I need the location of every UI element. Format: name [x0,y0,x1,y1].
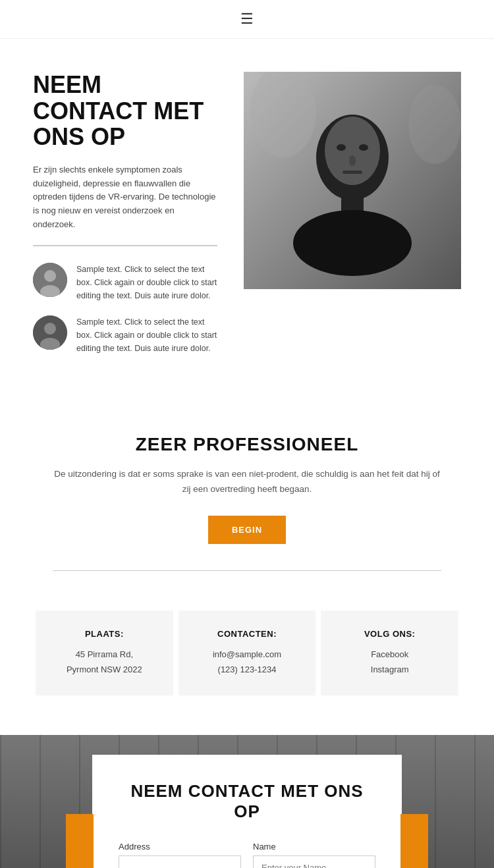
person-text-2: Sample text. Click to select the text bo… [76,315,217,355]
svg-point-11 [337,144,346,151]
svg-point-9 [293,210,412,276]
name-input[interactable] [253,855,375,868]
hamburger-icon[interactable]: ☰ [240,11,254,28]
social-label: VOLG ONS: [334,629,445,639]
professional-title: ZEER PROFESSIONEEL [53,434,441,455]
info-box-social: VOLG ONS: FacebookInstagram [321,610,458,696]
svg-point-4 [44,323,56,335]
address-input[interactable] [119,855,241,868]
professional-section: ZEER PROFESSIONEEL De uitzondering is da… [0,394,494,610]
orange-bar-left [66,814,94,868]
hero-section: NEEM CONTACT MET ONS OP Er zijn slechts … [0,39,494,394]
person-item-2: Sample text. Click to select the text bo… [33,315,217,355]
orange-bar-right [400,814,428,868]
svg-point-16 [408,85,461,164]
contact-info: PLAATS: 45 Pirrama Rd,Pyrmont NSW 2022 C… [0,610,494,736]
hero-image-container [244,72,461,368]
svg-point-1 [44,270,56,282]
form-title: NEEM CONTACT MET ONS OP [119,781,375,822]
contact-label: CONTACTEN: [192,629,303,639]
location-label: PLAATS: [49,629,160,639]
contact-content: info@sample.com(123) 123-1234 [192,647,303,678]
form-section: NEEM CONTACT MET ONS OP Address Name Pho… [0,735,494,868]
section-divider [53,570,441,571]
avatar-2 [33,315,67,350]
svg-point-13 [349,155,356,166]
person-item-1: Sample text. Click to select the text bo… [33,263,217,302]
hero-title: NEEM CONTACT MET ONS OP [33,72,217,150]
name-label: Name [253,842,375,852]
person-text-1: Sample text. Click to select the text bo… [76,263,217,302]
name-group: Name [253,842,375,868]
svg-point-12 [359,144,368,151]
professional-description: De uitzondering is dat er soms sprake is… [53,467,441,497]
contact-form: NEEM CONTACT MET ONS OP Address Name Pho… [92,755,402,868]
address-group: Address [119,842,241,868]
hero-left: NEEM CONTACT MET ONS OP Er zijn slechts … [33,72,224,368]
avatar-1 [33,263,67,297]
hero-image [244,72,461,289]
address-label: Address [119,842,241,852]
svg-rect-14 [343,171,362,174]
info-box-contact: CONTACTEN: info@sample.com(123) 123-1234 [178,610,316,696]
begin-button[interactable]: BEGIN [208,516,286,544]
navigation: ☰ [0,0,494,39]
location-content: 45 Pirrama Rd,Pyrmont NSW 2022 [49,647,160,678]
svg-point-10 [325,117,380,185]
form-row-address-name: Address Name [119,842,375,868]
hero-description: Er zijn slechts enkele symptomen zoals d… [33,163,217,246]
info-box-location: PLAATS: 45 Pirrama Rd,Pyrmont NSW 2022 [36,610,173,696]
social-content: FacebookInstagram [334,647,445,678]
